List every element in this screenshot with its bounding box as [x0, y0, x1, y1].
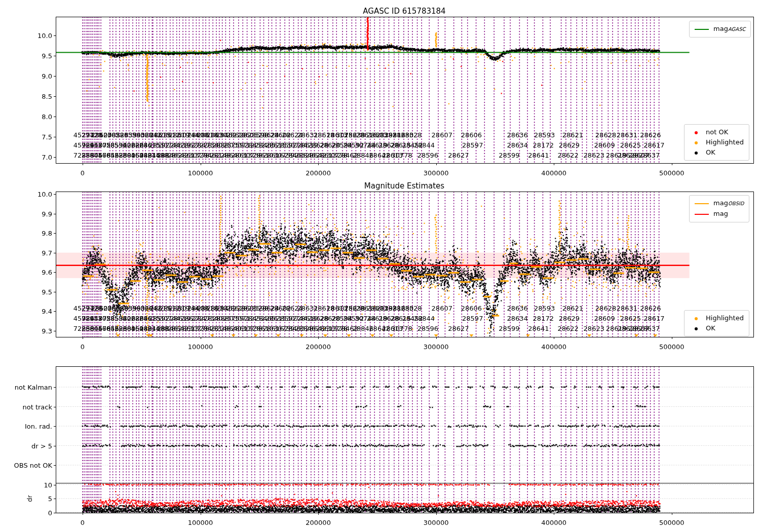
y-tick-label: 10.0 [37, 32, 52, 40]
x-tick-label: 500000 [659, 519, 685, 526]
obsid-label: 28607 [432, 131, 452, 139]
red-dot-swatch-icon [690, 127, 703, 137]
legend-item-mag-agasc: magAGASC [695, 24, 745, 34]
x-tick-label: 100000 [188, 343, 213, 351]
y-tick-label: 9.3 [42, 327, 52, 334]
y-tick-label: 10.0 [37, 191, 52, 198]
y-tick-label: 9.9 [42, 210, 52, 217]
y-tick-label: 9.7 [42, 249, 52, 256]
obsid-label: 28634 [507, 314, 527, 322]
obsid-label: 28626 [640, 131, 661, 139]
y-tick-label: 9.4 [42, 308, 52, 315]
legend-item-ok: OK [690, 147, 744, 158]
x-tick-label: 100000 [188, 169, 213, 177]
obsid-label: 28622 [557, 151, 578, 159]
y-tick-label: 9.5 [42, 288, 52, 295]
obsid-label: 28629 [559, 141, 580, 149]
obsid-label: 28631 [617, 304, 637, 312]
x-tick-label: 0 [81, 519, 85, 526]
x-tick-label: 400000 [541, 343, 566, 351]
orange-line-swatch-icon [695, 203, 709, 204]
orange-dot-swatch-icon [690, 313, 703, 323]
legend-label: Highlighted [706, 137, 744, 147]
legend-item-highlighted: Highlighted [690, 313, 744, 323]
obsid-label: 28328 [401, 304, 422, 312]
x-tick-label: 400000 [541, 519, 566, 526]
obsid-label: 28606 [461, 304, 482, 312]
legend-plot2-markers: Highlighted OK [684, 310, 749, 336]
obsid-label: 28623 [584, 151, 604, 159]
obsid-label: 28637 [639, 151, 660, 159]
obsid-label: 28628 [595, 131, 616, 139]
obsid-label: 28172 [533, 141, 554, 149]
orange-dot-swatch-icon [690, 137, 703, 147]
legend-mag-agasc: magAGASC [689, 21, 751, 37]
category-label: not Kalman [15, 384, 52, 391]
y-tick-label: 0 [48, 509, 52, 516]
y-tick-label: 7.5 [42, 133, 52, 141]
black-dot-swatch-icon [690, 147, 703, 158]
y-tick-label: 8.0 [42, 113, 52, 121]
legend-label: OK [706, 147, 715, 158]
green-line-swatch-icon [695, 29, 709, 30]
obsid-label: 28621 [562, 131, 583, 139]
obsid-label: 28596 [417, 151, 438, 159]
obsid-label: 28621 [562, 304, 583, 312]
legend-item-highlighted: Highlighted [690, 137, 744, 147]
x-tick-label: 300000 [424, 343, 449, 351]
obsid-label: 28599 [499, 324, 519, 332]
category-label: not track [22, 403, 52, 410]
obsid-label: 28328 [401, 131, 422, 139]
obsid-label: 28636 [507, 131, 527, 139]
obsid-label: 28597 [462, 141, 483, 149]
obsid-label: 28606 [461, 131, 482, 139]
obsid-label: 28627 [448, 324, 469, 332]
x-tick-label: 500000 [659, 343, 685, 351]
y-tick-label: 9.6 [42, 269, 52, 276]
y-tick-label: 9.0 [42, 72, 52, 80]
obsid-label: 28593 [534, 304, 555, 312]
x-tick-label: 500000 [659, 169, 685, 177]
y-tick-label: 8.5 [42, 93, 52, 100]
x-tick-label: 100000 [188, 519, 213, 526]
legend-item-mag-obsid: magOBSID [695, 198, 744, 209]
category-label: dr > 5 [31, 442, 52, 449]
x-tick-label: 0 [81, 343, 85, 351]
obsid-label: 28626 [640, 304, 661, 312]
obsid-label: 28172 [533, 314, 554, 322]
obsid-label: 28641 [528, 324, 549, 332]
x-tick-label: 200000 [306, 519, 331, 526]
x-tick-label: 300000 [424, 519, 449, 526]
obsid-label: 28627 [448, 151, 469, 159]
y-tick-label: 7.0 [42, 154, 52, 161]
obsid-label: 30778 [392, 151, 412, 159]
obsid-label: 28637 [639, 324, 660, 332]
legend-mag-obsid: magOBSID mag [689, 195, 749, 222]
obsid-label: 28599 [499, 151, 519, 159]
category-label: OBS not OK [14, 462, 53, 469]
legend-label: magOBSID [713, 198, 744, 209]
x-tick-label: 400000 [541, 169, 566, 177]
obsid-label: 28607 [432, 304, 452, 312]
x-tick-label: 200000 [306, 169, 331, 177]
y-tick-label: 9.8 [42, 230, 52, 237]
obsid-label: 28622 [557, 324, 578, 332]
charts-canvas [0, 0, 760, 532]
obsid-label: 28596 [417, 324, 438, 332]
obsid-label: 28636 [507, 304, 527, 312]
plot2-title: Magnitude Estimates [364, 181, 444, 191]
obsid-label: 28625 [620, 141, 641, 149]
obsid-label: 28609 [594, 141, 615, 149]
legend-item-not-ok: not OK [690, 127, 744, 137]
legend-label: mag [713, 209, 728, 219]
red-line-swatch-icon [695, 214, 709, 215]
y-axis-label: dr [26, 495, 33, 502]
x-tick-label: 0 [81, 169, 85, 177]
x-tick-label: 300000 [424, 169, 449, 177]
y-tick-label: 5 [48, 495, 52, 503]
black-dot-swatch-icon [690, 323, 703, 333]
obsid-label: 28597 [462, 314, 483, 322]
x-tick-label: 200000 [306, 343, 331, 351]
obsid-label: 28628 [595, 304, 616, 312]
obsid-label: 28617 [643, 314, 664, 322]
